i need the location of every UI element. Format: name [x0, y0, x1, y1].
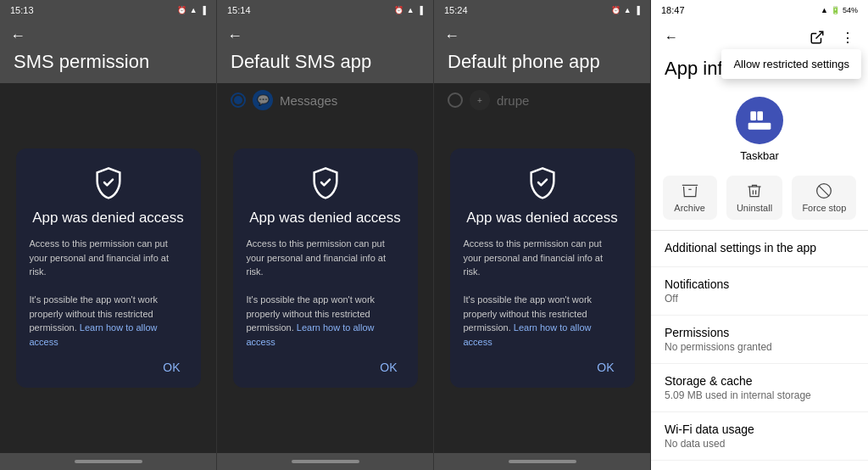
dialog-title-3: App was denied access	[464, 210, 621, 227]
settings-item-storage[interactable]: Storage & cache 5.09 MB used in internal…	[651, 364, 868, 412]
dialog-overlay-2: App was denied access Access to this per…	[217, 83, 433, 453]
battery-icon: 🔋	[831, 6, 840, 14]
settings-item-title-4: Wi-Fi data usage	[665, 422, 854, 436]
page-content-2: 💬 Messages App was denied access Access …	[217, 83, 433, 453]
archive-label: Archive	[674, 203, 705, 213]
settings-item-notifications[interactable]: Notifications Off	[651, 267, 868, 316]
dialog-body-1: Access to this permission can put your p…	[30, 237, 187, 349]
app-info-time: 18:47	[661, 5, 685, 15]
uninstall-label: Uninstall	[737, 203, 772, 213]
page-content-3: + drupe App was denied access Access to …	[434, 83, 650, 453]
nav-icons-right: ⋮	[804, 24, 861, 51]
nav-bar-1: ←	[0, 20, 216, 51]
ok-button-2[interactable]: OK	[373, 357, 403, 378]
taskbar-label: Taskbar	[740, 149, 779, 162]
back-arrow-3[interactable]: ←	[444, 27, 459, 45]
back-arrow-2[interactable]: ←	[227, 27, 242, 45]
home-indicator-3	[434, 453, 650, 470]
dialog-overlay-3: App was denied access Access to this per…	[434, 83, 650, 453]
settings-item-title-0: Additional settings in the app	[665, 241, 854, 255]
dialog-overlay-1: App was denied access Access to this per…	[0, 83, 216, 453]
wifi-icon-4: ▲	[821, 6, 828, 14]
dialog-title-2: App was denied access	[247, 210, 404, 227]
signal-icon: ▐	[201, 6, 206, 14]
wifi-icon-3: ▲	[624, 6, 632, 14]
dialog-body-3: Access to this permission can put your p…	[464, 237, 621, 349]
ok-button-3[interactable]: OK	[590, 357, 620, 378]
status-bar-3: 15:24 ⏰ ▲ ▐	[434, 0, 650, 20]
app-info-icons: ▲ 🔋 54%	[821, 6, 858, 14]
dialog-body-2: Access to this permission can put your p…	[247, 237, 404, 349]
svg-line-0	[816, 31, 823, 38]
wifi-icon: ▲	[190, 6, 198, 14]
alarm-icon-3: ⏰	[611, 6, 620, 14]
uninstall-button[interactable]: Uninstall	[726, 176, 782, 220]
page-title-2: Default SMS app	[217, 51, 433, 83]
default-phone-panel: 15:24 ⏰ ▲ ▐ ← Default phone app + drupe	[434, 0, 651, 470]
alarm-icon-2: ⏰	[394, 6, 403, 14]
dialog-shield-3	[464, 165, 621, 199]
app-icon-section: Taskbar	[651, 90, 868, 176]
alarm-icon: ⏰	[177, 6, 186, 14]
settings-list: Additional settings in the app Notificat…	[651, 231, 868, 470]
signal-icon-2: ▐	[418, 6, 423, 14]
archive-icon	[682, 182, 698, 199]
settings-item-sub-4: No data used	[665, 438, 854, 450]
settings-item-permissions[interactable]: Permissions No permissions granted	[651, 316, 868, 364]
dialog-shield-2	[247, 165, 404, 199]
settings-item-screen-time[interactable]: Screen time Less than 1 minute today	[651, 461, 868, 470]
status-bar-2: 15:14 ⏰ ▲ ▐	[217, 0, 433, 20]
dialog-3: App was denied access Access to this per…	[450, 148, 635, 388]
app-info-panel: 18:47 ▲ 🔋 54% ← ⋮ Allow restricted setti…	[651, 0, 868, 470]
uninstall-icon	[746, 182, 763, 199]
nav-bar-3: ←	[434, 20, 650, 51]
archive-button[interactable]: Archive	[663, 176, 717, 220]
ok-button-1[interactable]: OK	[156, 357, 186, 378]
home-indicator-1	[0, 453, 216, 470]
more-options-icon[interactable]: ⋮	[834, 24, 861, 51]
force-stop-icon	[815, 182, 832, 199]
dialog-shield-1	[30, 165, 187, 199]
svg-rect-1	[748, 123, 771, 130]
dialog-title-1: App was denied access	[30, 210, 187, 227]
status-time-2: 15:14	[227, 5, 251, 15]
tooltip: Allow restricted settings	[721, 49, 861, 79]
default-sms-panel: 15:14 ⏰ ▲ ▐ ← Default SMS app 💬 Messages	[217, 0, 434, 470]
dialog-2: App was denied access Access to this per…	[233, 148, 418, 388]
settings-item-title-2: Permissions	[665, 326, 854, 339]
signal-icon-3: ▐	[635, 6, 640, 14]
back-button-4[interactable]: ←	[658, 24, 685, 51]
svg-rect-2	[750, 111, 756, 120]
settings-item-sub-1: Off	[665, 293, 854, 305]
status-icons-3: ⏰ ▲ ▐	[611, 6, 640, 14]
status-icons-1: ⏰ ▲ ▐	[177, 6, 206, 14]
svg-rect-3	[757, 111, 763, 120]
back-arrow-1[interactable]: ←	[10, 27, 25, 45]
status-time-1: 15:13	[10, 5, 34, 15]
settings-item-sub-2: No permissions granted	[665, 341, 854, 353]
settings-item-wifi[interactable]: Wi-Fi data usage No data used	[651, 412, 868, 461]
status-time-3: 15:24	[444, 5, 468, 15]
home-bar-3	[509, 460, 576, 463]
status-bar-1: 15:13 ⏰ ▲ ▐	[0, 0, 216, 20]
status-icons-2: ⏰ ▲ ▐	[394, 6, 423, 14]
nav-bar-2: ←	[217, 20, 433, 51]
sms-permission-panel: 15:13 ⏰ ▲ ▐ ← SMS permission App was den…	[0, 0, 217, 470]
dialog-ok-2: OK	[247, 357, 404, 378]
settings-item-title-1: Notifications	[665, 277, 854, 291]
home-bar-1	[75, 460, 142, 463]
force-stop-label: Force stop	[802, 203, 846, 213]
taskbar-app-icon	[736, 97, 783, 144]
open-external-icon[interactable]	[804, 24, 831, 51]
settings-item-sub-3: 5.09 MB used in internal storage	[665, 389, 854, 401]
battery-pct: 54%	[843, 6, 858, 14]
wifi-icon-2: ▲	[407, 6, 415, 14]
action-buttons: Archive Uninstall Force stop	[651, 176, 868, 231]
force-stop-button[interactable]: Force stop	[792, 176, 856, 220]
app-info-status-bar: 18:47 ▲ 🔋 54%	[651, 0, 868, 20]
dialog-ok-1: OK	[30, 357, 187, 378]
page-title-3: Default phone app	[434, 51, 650, 83]
page-title-1: SMS permission	[0, 51, 216, 83]
settings-item-additional[interactable]: Additional settings in the app	[651, 231, 868, 267]
home-bar-2	[292, 460, 359, 463]
